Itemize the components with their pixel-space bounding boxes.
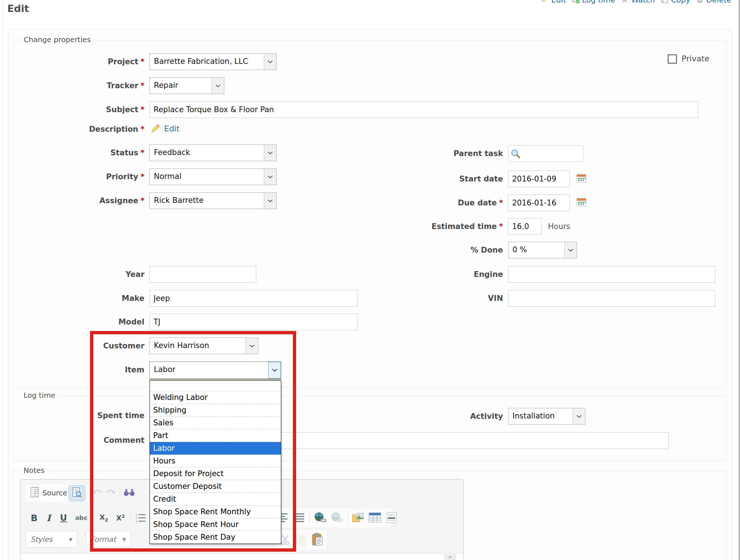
trash-icon [695, 0, 704, 5]
log-time-menu-link[interactable]: Log time [571, 0, 616, 5]
dropdown-option[interactable] [150, 381, 281, 391]
calendar-icon[interactable] [576, 173, 586, 184]
dropdown-option[interactable]: Welding Labor [150, 391, 281, 404]
source-button[interactable]: Source [27, 485, 70, 500]
customer-select[interactable]: Kevin Harrison [150, 338, 258, 354]
edit-menu-link[interactable]: Edit [540, 0, 566, 5]
subject-input[interactable] [150, 101, 698, 118]
italic-icon: I [46, 513, 51, 523]
dropdown-option[interactable]: Shop Space Rent Day [150, 531, 281, 544]
dropdown-option[interactable]: Labor [150, 442, 281, 455]
copy-doc-icon[interactable] [294, 533, 308, 547]
templates-button[interactable] [69, 485, 85, 501]
format-combo[interactable]: Format ▼ [86, 531, 131, 548]
source-button-label: Source [42, 489, 68, 497]
chevron-down-icon[interactable] [264, 169, 276, 185]
redo-icon[interactable] [105, 487, 117, 499]
strikethrough-button[interactable]: abc [72, 510, 90, 526]
templates-icon [72, 487, 82, 499]
chevron-down-icon[interactable] [268, 362, 281, 379]
horizontal-rule-icon[interactable] [384, 510, 399, 525]
delete-menu-link[interactable]: Delete [695, 0, 731, 5]
context-menu: Edit Log time Watch Copy Delete [540, 0, 731, 7]
percent-done-select[interactable]: 0 % [508, 242, 577, 258]
chevron-down-icon[interactable] [264, 145, 276, 161]
subscript-button[interactable]: X2 [96, 510, 112, 526]
toolbar-divider [348, 512, 348, 523]
copy-menu-label: Copy [671, 0, 690, 4]
chevron-down-icon[interactable] [573, 408, 585, 424]
item-select[interactable]: Labor [150, 361, 281, 379]
project-select[interactable]: Barrette Fabrication, LLC [150, 53, 277, 70]
spent-time-label: Spent time [10, 407, 144, 424]
start-date-input[interactable] [508, 171, 570, 187]
dropdown-option[interactable]: Shop Space Rent Hour [150, 518, 281, 531]
chevron-down-icon[interactable] [264, 54, 276, 70]
change-properties-legend: Change properties [20, 35, 94, 44]
window-scrollbar-strip[interactable] [739, 0, 740, 560]
paste-icon[interactable] [310, 532, 325, 547]
activity-select[interactable]: Installation [508, 408, 585, 425]
model-input[interactable] [150, 314, 357, 330]
dropdown-option[interactable]: Credit [150, 493, 281, 506]
due-date-input[interactable] [508, 195, 570, 211]
year-label: Year [10, 266, 144, 283]
watch-menu-link[interactable]: Watch [620, 0, 655, 5]
assignee-select-value: Rick Barrette [150, 193, 264, 209]
percent-done-select-value: 0 % [508, 242, 564, 258]
item-dropdown-list[interactable]: Welding LaborShippingSalesPartLaborHours… [150, 380, 281, 544]
project-select-value: Barrette Fabrication, LLC [150, 54, 264, 70]
dropdown-option[interactable]: Customer Deposit [150, 480, 281, 493]
align-justify-icon[interactable] [292, 511, 306, 524]
dropdown-option[interactable]: Hours [150, 455, 281, 467]
copy-menu-link[interactable]: Copy [660, 0, 690, 5]
description-edit-link[interactable]: Edit [164, 124, 180, 133]
find-icon[interactable] [123, 487, 136, 499]
chevron-down-icon[interactable] [564, 242, 577, 258]
superscript-button[interactable]: X2 [113, 510, 128, 526]
assignee-label: Assignee* [10, 192, 144, 209]
vin-input[interactable] [508, 290, 715, 307]
unlink-icon[interactable] [330, 510, 345, 525]
dropdown-option[interactable]: Shop Space Rent Monthly [150, 506, 281, 518]
copy-icon [660, 0, 669, 5]
italic-button[interactable]: I [42, 510, 55, 526]
insert-table-icon[interactable] [367, 510, 383, 525]
make-input[interactable] [150, 290, 357, 307]
estimated-time-label: Estimated time* [383, 218, 503, 235]
tracker-select[interactable]: Repair [150, 77, 224, 94]
numbered-list-icon[interactable]: 123 [134, 511, 148, 525]
underline-button[interactable]: U [56, 510, 71, 526]
dropdown-option[interactable]: Deposit for Project [150, 467, 281, 480]
engine-input[interactable] [508, 266, 715, 283]
dropdown-option[interactable]: Sales [150, 417, 281, 429]
year-input[interactable] [150, 266, 256, 283]
comment-label: Comment [10, 432, 144, 449]
chevron-down-icon[interactable] [212, 78, 224, 94]
calendar-icon[interactable] [576, 197, 586, 208]
status-select[interactable]: Feedback [150, 144, 277, 161]
toolbar-divider [131, 512, 131, 523]
chevron-down-icon[interactable] [264, 193, 276, 209]
styles-combo[interactable]: Styles ▼ [26, 531, 77, 548]
estimated-time-input[interactable] [508, 218, 541, 235]
item-label: Item [10, 361, 144, 378]
log-time-legend: Log time [20, 391, 58, 400]
percent-done-label: % Done [383, 242, 503, 258]
toolbar-divider [93, 512, 93, 523]
customer-label: Customer [10, 338, 144, 354]
private-checkbox[interactable] [668, 54, 677, 64]
undo-icon[interactable] [91, 487, 103, 499]
bold-button[interactable]: B [27, 510, 41, 526]
dropdown-option[interactable]: Part [150, 429, 281, 442]
link-icon[interactable] [313, 510, 328, 525]
assignee-select[interactable]: Rick Barrette [150, 192, 277, 209]
vin-label: VIN [383, 290, 503, 307]
status-label: Status* [10, 144, 144, 161]
chevron-down-icon[interactable] [246, 338, 258, 354]
dropdown-option[interactable]: Shipping [150, 404, 281, 417]
editor-scrollbar-up[interactable]: ⌃ [444, 554, 456, 560]
insert-image-icon[interactable] [351, 510, 366, 525]
priority-select[interactable]: Normal [150, 168, 277, 185]
parent-task-input[interactable] [508, 145, 584, 162]
